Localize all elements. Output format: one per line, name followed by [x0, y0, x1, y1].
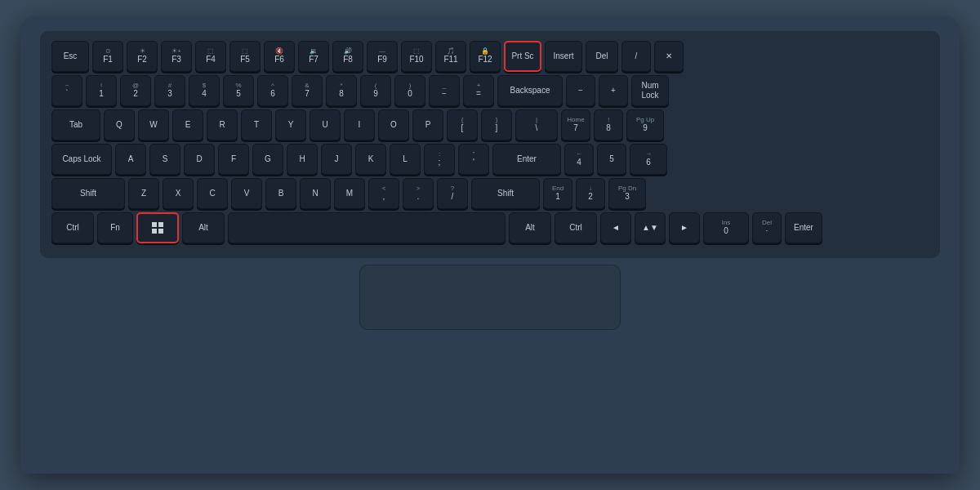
key-num3[interactable]: Pg Dn3 [608, 178, 646, 209]
key-b[interactable]: B [265, 178, 296, 209]
key-num7[interactable]: Home7 [561, 109, 590, 140]
key-y[interactable]: Y [275, 109, 306, 140]
key-n[interactable]: N [300, 178, 331, 209]
key-6[interactable]: ^6 [257, 75, 288, 106]
key-r[interactable]: R [207, 109, 238, 140]
key-s[interactable]: S [149, 144, 180, 175]
key-f3[interactable]: ☀+F3 [161, 41, 192, 72]
key-q[interactable]: Q [104, 109, 135, 140]
key-9[interactable]: (9 [360, 75, 391, 106]
key-f10[interactable]: ⬚F10 [401, 41, 432, 72]
key-insert[interactable]: Insert [545, 41, 582, 72]
key-g[interactable]: G [252, 144, 283, 175]
key-shift-l[interactable]: Shift [51, 178, 125, 209]
key-num0[interactable]: Ins0 [703, 212, 749, 243]
laptop-body: Esc⊙F1☀F2☀+F3⬚F4⬚F5🔇F6🔉F7🔊F8—F9⬚F10🎵F11🔒… [20, 16, 960, 474]
key-lbracket[interactable]: {[ [447, 109, 478, 140]
key-prtsc[interactable]: Prt Sc [504, 41, 541, 72]
key-f6[interactable]: 🔇F6 [264, 41, 295, 72]
key-2[interactable]: @2 [120, 75, 151, 106]
key-comma[interactable]: <, [368, 178, 399, 209]
key-f9[interactable]: —F9 [367, 41, 398, 72]
key-z[interactable]: Z [128, 178, 159, 209]
key-num4[interactable]: ←4 [564, 144, 594, 175]
key-minus[interactable]: _− [429, 75, 460, 106]
key-f12[interactable]: 🔒F12 [470, 41, 501, 72]
key-num1[interactable]: End1 [543, 178, 572, 209]
key-h[interactable]: H [287, 144, 318, 175]
key-esc[interactable]: Esc [51, 41, 89, 72]
key-f[interactable]: F [218, 144, 249, 175]
key-backslash[interactable]: |\ [515, 109, 558, 140]
key-semicolon[interactable]: :; [424, 144, 455, 175]
key-rbracket[interactable]: }] [481, 109, 512, 140]
key-shift-r[interactable]: Shift [471, 178, 540, 209]
key-p[interactable]: P [412, 109, 443, 140]
key-arr-left[interactable]: ◄ [600, 212, 631, 243]
key-5[interactable]: %5 [223, 75, 254, 106]
key-v[interactable]: V [231, 178, 262, 209]
key-backspace[interactable]: Backspace [497, 75, 563, 106]
key-numlock[interactable]: Num Lock [631, 75, 669, 106]
key-capslock[interactable]: Caps Lock [51, 144, 112, 175]
key-x-main-label: X [176, 189, 181, 198]
key-num-minus[interactable]: − [566, 75, 595, 106]
key-a[interactable]: A [115, 144, 146, 175]
key-tilde[interactable]: ~` [51, 75, 82, 106]
key-w[interactable]: W [138, 109, 169, 140]
key-ast-num[interactable]: ✕ [654, 41, 684, 72]
key-win[interactable] [136, 212, 179, 243]
key-c[interactable]: C [197, 178, 228, 209]
key-alt-r[interactable]: Alt [509, 212, 551, 243]
key-3[interactable]: #3 [154, 75, 185, 106]
key-num-plus[interactable]: + [599, 75, 628, 106]
key-num9[interactable]: Pg Up9 [626, 109, 664, 140]
key-m[interactable]: M [334, 178, 365, 209]
key-f1[interactable]: ⊙F1 [92, 41, 123, 72]
key-numenter[interactable]: Enter [785, 212, 822, 243]
key-f5[interactable]: ⬚F5 [229, 41, 261, 72]
key-del[interactable]: Del [586, 41, 618, 72]
key-numlock-main-label: Num Lock [641, 81, 658, 100]
key-period[interactable]: >. [403, 178, 434, 209]
key-f7[interactable]: 🔉F7 [298, 41, 329, 72]
key-arr-updown[interactable]: ▲▼ [635, 212, 666, 243]
key-equals[interactable]: += [463, 75, 494, 106]
key-t[interactable]: T [241, 109, 272, 140]
key-enter[interactable]: Enter [492, 144, 561, 175]
key-arr-right[interactable]: ► [669, 212, 700, 243]
key-numdot[interactable]: Del· [752, 212, 782, 243]
trackpad[interactable] [359, 265, 621, 330]
key-j[interactable]: J [321, 144, 352, 175]
key-4[interactable]: $4 [189, 75, 220, 106]
key-e[interactable]: E [172, 109, 203, 140]
key-d[interactable]: D [184, 144, 215, 175]
key-tab[interactable]: Tab [51, 109, 100, 140]
key-num6[interactable]: →6 [630, 144, 667, 175]
key-8[interactable]: *8 [326, 75, 357, 106]
key-fwdslash[interactable]: ?/ [437, 178, 468, 209]
key-space[interactable] [228, 212, 506, 243]
key-quote[interactable]: "' [458, 144, 489, 175]
key-alt-l[interactable]: Alt [182, 212, 225, 243]
key-f8[interactable]: 🔊F8 [332, 41, 363, 72]
key-slash-num[interactable]: / [621, 41, 651, 72]
key-fn[interactable]: Fn [97, 212, 133, 243]
key-num8[interactable]: ↑8 [594, 109, 623, 140]
key-num2[interactable]: ↓2 [576, 178, 605, 209]
key-ctrl-r[interactable]: Ctrl [555, 212, 597, 243]
key-k[interactable]: K [355, 144, 386, 175]
key-o[interactable]: O [378, 109, 409, 140]
key-num5[interactable]: 5 [597, 144, 626, 175]
key-ctrl-l[interactable]: Ctrl [51, 212, 94, 243]
key-i[interactable]: I [344, 109, 375, 140]
key-x[interactable]: X [163, 178, 194, 209]
key-0[interactable]: )0 [394, 75, 425, 106]
key-f2[interactable]: ☀F2 [127, 41, 158, 72]
key-1[interactable]: !1 [86, 75, 117, 106]
key-l[interactable]: L [390, 144, 421, 175]
key-f4[interactable]: ⬚F4 [195, 41, 226, 72]
key-7[interactable]: &7 [292, 75, 323, 106]
key-u[interactable]: U [310, 109, 341, 140]
key-f11[interactable]: 🎵F11 [435, 41, 466, 72]
